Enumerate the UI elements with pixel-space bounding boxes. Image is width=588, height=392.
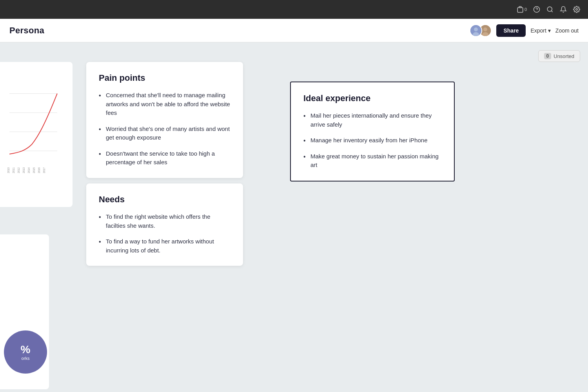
svg-text:2014: 2014: [27, 167, 30, 173]
percent-value: %: [21, 343, 31, 356]
svg-point-11: [483, 27, 487, 31]
list-item: Concerned that she'll need to manage mai…: [99, 91, 230, 118]
list-item: To find a way to fund her artworks witho…: [99, 237, 230, 255]
svg-rect-1: [517, 8, 523, 13]
list-item: To find the right website which offers t…: [99, 212, 230, 230]
svg-text:2016: 2016: [38, 167, 40, 173]
needs-card: Needs To find the right website which of…: [86, 183, 243, 266]
list-item: Worried that she's one of many artists a…: [99, 125, 230, 142]
help-icon[interactable]: [533, 6, 540, 13]
svg-text:2010: 2010: [7, 167, 10, 173]
svg-text:2011: 2011: [12, 167, 15, 173]
needs-list: To find the right website which offers t…: [99, 212, 230, 255]
zoom-out-button[interactable]: Zoom out: [555, 27, 579, 34]
list-item: Doesn'twant the service to take too high…: [99, 149, 230, 167]
pain-points-title: Pain points: [99, 73, 230, 83]
svg-text:2012: 2012: [17, 167, 20, 173]
svg-text:2017: 2017: [43, 167, 45, 173]
gear-icon[interactable]: [573, 6, 580, 13]
avatar-group: [470, 24, 492, 37]
list-item: Manage her inventory easily from her iPh…: [303, 136, 441, 145]
clipboard-badge: 0: [524, 7, 527, 12]
avatar-1: [470, 24, 482, 37]
svg-point-6: [576, 9, 578, 11]
list-item: Make great money to sustain her passion …: [303, 152, 441, 170]
svg-line-5: [551, 11, 552, 12]
ideal-experience-list: Mail her pieces internationally and ensu…: [303, 111, 441, 170]
svg-text:2015: 2015: [33, 167, 35, 173]
search-icon[interactable]: [546, 6, 554, 13]
chart-card-bottom: % orks: [0, 234, 49, 389]
svg-point-8: [474, 27, 478, 31]
svg-point-4: [547, 7, 552, 11]
header: Persona Share Export ▾ Zoom out: [0, 19, 588, 42]
ideal-experience-card: Ideal experience Mail her pieces interna…: [290, 82, 455, 181]
share-button[interactable]: Share: [496, 24, 526, 37]
pain-points-list: Concerned that she'll need to manage mai…: [99, 91, 230, 167]
chart-card-top: 2010 2011 2012 2013 2014 2015 2016 2017: [0, 62, 73, 207]
canvas: 0 Unsorted 2010 2011 2012 2013 2014 2015…: [0, 42, 588, 392]
percent-circle: % orks: [4, 330, 47, 374]
list-item: Mail her pieces internationally and ensu…: [303, 111, 441, 129]
percent-label: orks: [22, 356, 30, 361]
unsorted-label: Unsorted: [554, 53, 574, 59]
unsorted-badge[interactable]: 0 Unsorted: [538, 50, 580, 62]
unsorted-count: 0: [544, 53, 552, 59]
pain-points-card: Pain points Concerned that she'll need t…: [86, 62, 243, 178]
page-title: Persona: [9, 25, 44, 36]
top-bar: 0: [0, 0, 588, 19]
svg-text:2013: 2013: [22, 167, 25, 173]
export-button[interactable]: Export ▾: [530, 27, 550, 34]
clipboard-icon-wrapper[interactable]: 0: [517, 6, 527, 13]
bell-icon[interactable]: [560, 6, 567, 13]
header-actions: Share Export ▾ Zoom out: [470, 24, 579, 37]
needs-title: Needs: [99, 194, 230, 205]
ideal-experience-title: Ideal experience: [303, 93, 441, 103]
